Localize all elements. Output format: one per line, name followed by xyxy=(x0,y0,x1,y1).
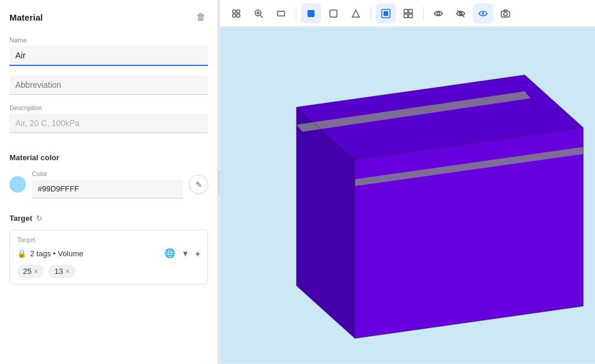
svg-rect-2 xyxy=(233,14,236,17)
hide-button-1[interactable] xyxy=(428,4,448,24)
tag-label-13: 13 xyxy=(54,267,62,276)
add-tag-icon[interactable]: + xyxy=(195,249,200,259)
svg-point-23 xyxy=(504,12,507,16)
viewport[interactable] xyxy=(220,27,595,364)
pencil-icon: ✎ xyxy=(196,180,202,189)
svg-rect-17 xyxy=(409,14,412,18)
right-panel xyxy=(220,0,595,364)
panel-header: Material 🗑 xyxy=(9,9,208,25)
hide-button-2[interactable] xyxy=(451,4,471,24)
target-info-text: 2 tags • Volume xyxy=(30,249,84,258)
globe-icon[interactable]: 🌐 xyxy=(164,248,176,259)
left-panel: Material 🗑 Name Description Material col… xyxy=(0,0,218,364)
svg-rect-13 xyxy=(384,11,388,16)
camera-button[interactable] xyxy=(495,4,515,24)
svg-rect-9 xyxy=(308,10,315,17)
toolbar-divider-1 xyxy=(296,7,296,20)
toolbar-divider-2 xyxy=(371,7,371,20)
target-info-row: 🔒 2 tags • Volume 🌐 ▼ + xyxy=(17,248,200,259)
svg-rect-3 xyxy=(237,14,240,17)
description-field-group: Description xyxy=(9,104,208,133)
svg-rect-10 xyxy=(330,10,337,17)
material-color-title: Material color xyxy=(9,153,208,162)
svg-marker-11 xyxy=(352,10,359,17)
color-label: Color xyxy=(32,170,183,177)
target-section-title: Target xyxy=(9,214,32,223)
svg-point-18 xyxy=(437,12,440,15)
toolbar-divider-3 xyxy=(423,7,424,20)
wireframe-button[interactable] xyxy=(323,4,343,24)
tag-chip-13: 13 × xyxy=(48,264,75,278)
tag-label-25: 25 xyxy=(23,267,31,276)
edit-color-button[interactable]: ✎ xyxy=(189,175,208,194)
target-header: Target ↻ xyxy=(9,214,208,223)
ghost-view-button[interactable] xyxy=(473,4,493,24)
svg-rect-1 xyxy=(237,10,240,13)
tag-chip-25: 25 × xyxy=(17,264,44,278)
toolbar xyxy=(220,0,595,27)
svg-rect-8 xyxy=(277,11,285,16)
panel-title: Material xyxy=(9,12,43,22)
name-input[interactable] xyxy=(9,46,208,66)
abbreviation-field-group xyxy=(9,75,208,95)
delete-icon[interactable]: 🗑 xyxy=(194,9,208,25)
description-input[interactable] xyxy=(9,114,208,133)
color-row: Color ✎ xyxy=(9,170,208,198)
grid-view-button[interactable] xyxy=(398,4,418,24)
svg-line-5 xyxy=(260,15,263,18)
filter-icon[interactable]: ▼ xyxy=(181,249,189,258)
rectangle-button[interactable] xyxy=(271,4,291,24)
solid-view-button[interactable] xyxy=(301,4,321,24)
target-info-left: 🔒 2 tags • Volume xyxy=(17,249,84,258)
front-view-button[interactable] xyxy=(376,4,396,24)
split-view-button[interactable] xyxy=(346,4,366,24)
svg-marker-27 xyxy=(355,128,584,339)
tag-row: 25 × 13 × xyxy=(17,264,200,278)
target-actions: 🌐 ▼ + xyxy=(164,248,200,259)
lock-icon: 🔒 xyxy=(17,249,27,258)
tag-close-13[interactable]: × xyxy=(65,267,70,276)
color-field-wrapper: Color xyxy=(32,170,183,198)
name-field-group: Name xyxy=(9,37,208,66)
target-label: Target xyxy=(17,236,200,243)
color-input[interactable] xyxy=(32,180,183,198)
description-label: Description xyxy=(9,104,208,111)
name-label: Name xyxy=(9,37,208,44)
refresh-icon[interactable]: ↻ xyxy=(36,214,42,223)
color-swatch[interactable] xyxy=(9,176,26,193)
svg-rect-14 xyxy=(404,9,408,13)
svg-rect-16 xyxy=(404,14,408,18)
svg-rect-0 xyxy=(233,10,236,13)
fit-view-button[interactable] xyxy=(226,4,246,24)
svg-rect-15 xyxy=(409,9,412,13)
target-box: Target 🔒 2 tags • Volume 🌐 ▼ + 25 × 13 × xyxy=(9,230,208,284)
zoom-extent-button[interactable] xyxy=(249,4,269,24)
tag-close-25[interactable]: × xyxy=(34,267,38,276)
svg-point-21 xyxy=(482,12,484,15)
abbreviation-input[interactable] xyxy=(9,75,208,95)
